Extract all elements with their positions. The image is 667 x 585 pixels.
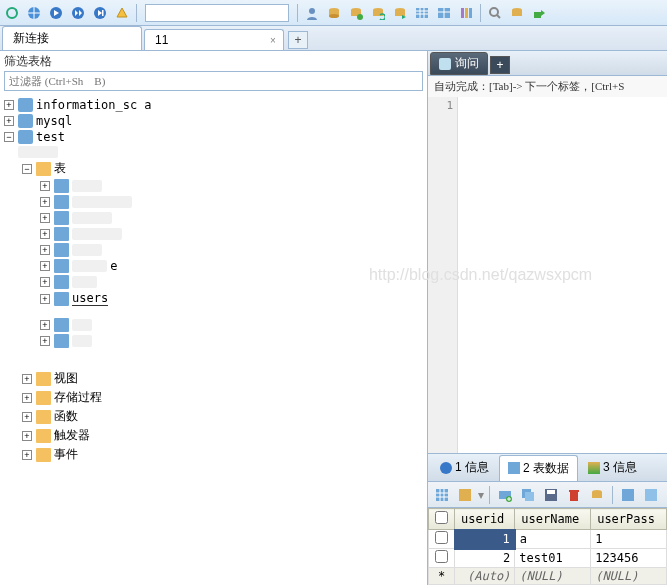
query-tab[interactable]: 询问 bbox=[430, 52, 488, 75]
cell-userpass[interactable]: 1 bbox=[591, 530, 667, 549]
refresh-icon[interactable] bbox=[587, 485, 607, 505]
tree-folder-funcs[interactable]: +函数 bbox=[0, 407, 427, 426]
cell-userid[interactable]: (Auto) bbox=[455, 568, 515, 585]
db-refresh-icon[interactable] bbox=[368, 3, 388, 23]
search-icon[interactable] bbox=[485, 3, 505, 23]
fastforward-icon[interactable] bbox=[68, 3, 88, 23]
expand-icon[interactable]: + bbox=[40, 229, 50, 239]
expand-icon[interactable]: + bbox=[40, 320, 50, 330]
expand-icon[interactable]: + bbox=[40, 294, 50, 304]
column-header[interactable]: userid bbox=[455, 509, 515, 530]
tree-folder-procs[interactable]: +存储过程 bbox=[0, 388, 427, 407]
expand-icon[interactable]: + bbox=[40, 277, 50, 287]
delete-icon[interactable] bbox=[564, 485, 584, 505]
table2-icon[interactable] bbox=[434, 3, 454, 23]
table-icon[interactable] bbox=[412, 3, 432, 23]
tree-table-item[interactable]: + bbox=[0, 178, 427, 194]
cell-userpass[interactable]: (NULL) bbox=[591, 568, 667, 585]
close-icon[interactable]: × bbox=[267, 35, 279, 47]
expand-icon[interactable]: + bbox=[40, 336, 50, 346]
cell-username[interactable]: a bbox=[515, 530, 591, 549]
tree-table-item[interactable]: + bbox=[0, 333, 427, 349]
sql-editor[interactable]: 1 http://blog.csdn.net/qazwsxpcm bbox=[428, 97, 667, 454]
expand-icon[interactable]: + bbox=[40, 245, 50, 255]
column-header[interactable]: userName bbox=[515, 509, 591, 530]
grid-row[interactable]: 1 a 1 bbox=[429, 530, 667, 549]
result-tab-info[interactable]: 1 信息 bbox=[432, 455, 497, 480]
collapse-icon[interactable]: − bbox=[4, 132, 14, 142]
cell-username[interactable]: test01 bbox=[515, 549, 591, 568]
toolbar-input[interactable] bbox=[145, 4, 289, 22]
tab-add-button[interactable]: + bbox=[288, 31, 308, 49]
cell-userid[interactable]: 1 bbox=[455, 530, 515, 549]
tree-folder-views[interactable]: +视图 bbox=[0, 369, 427, 388]
db-play-icon[interactable] bbox=[390, 3, 410, 23]
db-icon[interactable] bbox=[324, 3, 344, 23]
expand-icon[interactable]: + bbox=[4, 116, 14, 126]
row-checkbox[interactable] bbox=[435, 531, 448, 544]
save-icon[interactable] bbox=[541, 485, 561, 505]
expand-icon[interactable]: + bbox=[22, 374, 32, 384]
tree-db-item[interactable]: +information_sc a bbox=[0, 97, 427, 113]
tree-db-item[interactable]: −test bbox=[0, 129, 427, 145]
row-checkbox-cell[interactable] bbox=[429, 530, 455, 549]
expand-icon[interactable]: + bbox=[22, 450, 32, 460]
result-tab-data[interactable]: 2 表数据 bbox=[499, 455, 578, 481]
form-view-icon[interactable] bbox=[455, 485, 475, 505]
collapse-icon[interactable]: − bbox=[22, 164, 32, 174]
cell-userid[interactable]: 2 bbox=[455, 549, 515, 568]
filter-input[interactable] bbox=[4, 71, 423, 91]
add-row-icon[interactable] bbox=[495, 485, 515, 505]
object-tree[interactable]: +information_sc a +mysql −test + −表 + + … bbox=[0, 93, 427, 585]
tree-folder-events[interactable]: +事件 bbox=[0, 445, 427, 464]
columns-icon[interactable] bbox=[456, 3, 476, 23]
tree-table-item[interactable]: + bbox=[0, 317, 427, 333]
tree-folder-tables[interactable]: −表 bbox=[0, 159, 427, 178]
tab-query[interactable]: 11× bbox=[144, 29, 284, 50]
result-tab-info2[interactable]: 3 信息 bbox=[580, 455, 645, 480]
expand-icon[interactable]: + bbox=[4, 100, 14, 110]
user-icon[interactable] bbox=[302, 3, 322, 23]
warning-icon[interactable] bbox=[112, 3, 132, 23]
duplicate-icon[interactable] bbox=[518, 485, 538, 505]
expand-icon[interactable]: + bbox=[22, 393, 32, 403]
export-icon[interactable] bbox=[529, 3, 549, 23]
tree-table-item[interactable]: + bbox=[0, 226, 427, 242]
db-add-icon[interactable] bbox=[346, 3, 366, 23]
checkbox-header[interactable] bbox=[429, 509, 455, 530]
grid-icon[interactable] bbox=[618, 485, 638, 505]
play-icon[interactable] bbox=[46, 3, 66, 23]
globe-icon[interactable] bbox=[24, 3, 44, 23]
data-grid[interactable]: userid userName userPass 1 a 1 2 test01 … bbox=[428, 508, 667, 585]
column-header[interactable]: userPass bbox=[591, 509, 667, 530]
filter-icon[interactable] bbox=[641, 485, 661, 505]
tree-db-item[interactable]: +mysql bbox=[0, 113, 427, 129]
row-checkbox-cell[interactable] bbox=[429, 549, 455, 568]
expand-icon[interactable]: + bbox=[22, 431, 32, 441]
expand-icon[interactable]: + bbox=[22, 412, 32, 422]
cell-username[interactable]: (NULL) bbox=[515, 568, 591, 585]
refresh-icon[interactable] bbox=[2, 3, 22, 23]
tree-table-item[interactable]: + bbox=[0, 194, 427, 210]
tree-folder-triggers[interactable]: +触发器 bbox=[0, 426, 427, 445]
row-checkbox[interactable] bbox=[435, 550, 448, 563]
expand-icon[interactable]: + bbox=[40, 213, 50, 223]
step-icon[interactable] bbox=[90, 3, 110, 23]
tree-table-item[interactable]: + e bbox=[0, 258, 427, 274]
tree-item[interactable]: + bbox=[0, 145, 427, 159]
db-tool-icon[interactable] bbox=[507, 3, 527, 23]
tree-table-item[interactable]: + bbox=[0, 274, 427, 290]
tree-table-item[interactable]: + bbox=[0, 242, 427, 258]
grid-view-icon[interactable] bbox=[432, 485, 452, 505]
grid-new-row[interactable]: * (Auto) (NULL) (NULL) bbox=[429, 568, 667, 585]
grid-row[interactable]: 2 test01 123456 bbox=[429, 549, 667, 568]
query-tab-add[interactable]: + bbox=[490, 56, 510, 74]
tree-table-item[interactable]: + bbox=[0, 210, 427, 226]
select-all-checkbox[interactable] bbox=[435, 511, 448, 524]
tree-table-users[interactable]: +users bbox=[0, 290, 427, 307]
expand-icon[interactable]: + bbox=[40, 197, 50, 207]
cell-userpass[interactable]: 123456 bbox=[591, 549, 667, 568]
expand-icon[interactable]: + bbox=[40, 261, 50, 271]
tab-connection[interactable]: 新连接 bbox=[2, 26, 142, 50]
expand-icon[interactable]: + bbox=[40, 181, 50, 191]
